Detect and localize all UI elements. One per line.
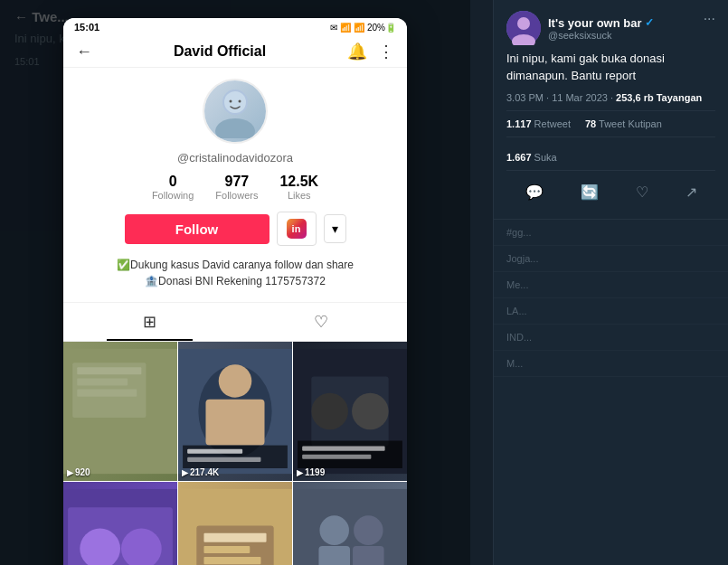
profile-bio: ✅Dukung kasus David caranya follow dan s… [78, 257, 392, 289]
tweet-card: It's your own bar ✓ @seeksixsuck ··· Ini… [494, 0, 728, 220]
video-thumb-2[interactable]: ▶ 217.4K [178, 342, 292, 481]
svg-rect-34 [203, 546, 250, 553]
profile-title: David Official [174, 43, 266, 60]
count-text-2: 217.4K [190, 467, 219, 477]
svg-rect-23 [302, 455, 371, 459]
svg-point-2 [224, 91, 246, 113]
svg-point-37 [319, 515, 349, 545]
video-thumb-4[interactable]: ▶ 3830 [63, 482, 177, 565]
tiktok-header: ← David Official 🔔 ⋮ [63, 36, 407, 68]
bell-icon[interactable]: 🔔 [347, 42, 367, 61]
status-bar: 15:01 ✉ 📶 📶 20%🔋 [63, 18, 407, 36]
dim-text-3: Me... [506, 279, 715, 290]
svg-rect-16 [187, 457, 260, 462]
avatar [203, 79, 268, 144]
video-count-2: ▶ 217.4K [182, 467, 219, 477]
likes-label: Likes [288, 190, 311, 201]
likes-count: 1.667 [506, 152, 532, 163]
insta-letter: in [292, 223, 301, 234]
svg-rect-40 [353, 546, 384, 565]
instagram-icon: in [287, 219, 307, 239]
right-dim-5: IND... [494, 325, 728, 351]
svg-rect-38 [318, 546, 350, 565]
video-thumb-5[interactable]: ▶ 1582 [178, 482, 292, 565]
tweet-time: 3.03 PM · 11 Mar 2023 [506, 92, 608, 103]
svg-point-20 [352, 393, 389, 430]
battery-text: 20%🔋 [367, 23, 396, 33]
play-icon-2: ▶ [182, 468, 188, 477]
tweet-stats-row: 1.117 Retweet 78 Tweet Kutipan [506, 110, 715, 137]
thumb-1-bg [63, 342, 177, 481]
svg-point-39 [354, 515, 383, 545]
status-icon-msg: ✉ [330, 23, 337, 33]
tweet-author-info: It's your own bar ✓ @seeksixsuck [506, 11, 654, 45]
profile-stats: 0 Following 977 Followers 12.5K Likes [152, 174, 318, 201]
video-thumb-3[interactable]: ▶ 1199 [293, 342, 407, 481]
retweet-button[interactable]: 🔄 [573, 180, 606, 204]
svg-rect-8 [77, 378, 128, 385]
svg-rect-15 [187, 449, 242, 454]
retweet-stat: 1.117 Retweet [506, 118, 571, 129]
profile-username: @cristalinodavidozora [177, 151, 293, 165]
followers-label: Followers [215, 190, 258, 201]
more-options-icon[interactable]: ⋮ [378, 42, 394, 61]
svg-point-19 [311, 393, 348, 430]
status-icon-signal: 📶 [354, 23, 364, 33]
video-thumb-6[interactable]: ▶ 1150 [293, 482, 407, 565]
right-dim-6: M... [494, 351, 728, 377]
video-thumb-1[interactable]: ▶ 920 [63, 342, 177, 481]
instagram-button[interactable]: in [277, 212, 317, 246]
grid-icon: ⊞ [143, 312, 156, 332]
retweet-label-text: Retweet [534, 118, 571, 129]
svg-rect-9 [77, 390, 137, 397]
right-dim-4: LA... [494, 298, 728, 325]
profile-buttons: Follow in ▾ [78, 212, 392, 246]
dropdown-button[interactable]: ▾ [324, 214, 346, 243]
svg-point-3 [230, 100, 232, 103]
thumb-6-bg [293, 482, 407, 565]
svg-rect-22 [302, 447, 384, 451]
likes-count: 12.5K [279, 174, 318, 190]
tiktok-modal: 15:01 ✉ 📶 📶 20%🔋 ← David Official 🔔 ⋮ [63, 18, 407, 565]
dim-text-4: LA... [506, 306, 715, 316]
right-dim-2: Jogja... [494, 246, 728, 272]
heart-icon: ♡ [314, 312, 328, 332]
svg-rect-21 [298, 441, 402, 468]
right-dim-3: Me... [494, 272, 728, 298]
video-count-1: ▶ 920 [67, 467, 90, 477]
svg-rect-7 [77, 367, 141, 374]
status-icon-wifi: 📶 [340, 23, 351, 33]
likes-label-text: Suka [534, 152, 557, 163]
svg-point-12 [219, 364, 252, 398]
svg-point-1 [215, 118, 255, 138]
tab-videos[interactable]: ⊞ [63, 303, 235, 341]
likes-stat: 12.5K Likes [279, 174, 318, 201]
count-text-3: 1199 [305, 467, 325, 477]
svg-rect-14 [183, 446, 288, 468]
tab-liked[interactable]: ♡ [235, 303, 407, 341]
thumb-5-bg [178, 482, 292, 565]
svg-point-4 [239, 100, 241, 103]
tweet-avatar [506, 11, 541, 45]
avatar-container [203, 79, 268, 144]
tweet-name-text: It's your own bar [548, 16, 642, 30]
back-button[interactable]: ← [76, 42, 92, 61]
tweet-views: 253,6 rb Tayangan [616, 92, 702, 103]
like-button[interactable]: ♡ [629, 180, 656, 204]
status-icons: ✉ 📶 📶 20%🔋 [330, 23, 396, 33]
thumb-3-bg [293, 342, 407, 481]
count-text-1: 920 [75, 467, 90, 477]
follow-button[interactable]: Follow [125, 214, 269, 244]
tweet-avatar-svg [506, 11, 541, 45]
tweet-likes-row: 1.667 Suka [506, 143, 715, 171]
verified-badge: ✓ [645, 16, 654, 29]
tweet-name-block: It's your own bar ✓ @seeksixsuck [548, 16, 654, 41]
svg-rect-13 [205, 400, 264, 446]
tweet-actions: 💬 🔄 ♡ ↗ [506, 176, 715, 208]
avatar-image [204, 80, 266, 142]
share-button[interactable]: ↗ [678, 180, 704, 204]
tweet-text: Ini nipu, kami gak buka donasi dimanapun… [506, 51, 715, 85]
tweet-more-button[interactable]: ··· [704, 11, 715, 27]
dim-text-6: M... [506, 358, 715, 369]
reply-button[interactable]: 💬 [518, 180, 551, 204]
